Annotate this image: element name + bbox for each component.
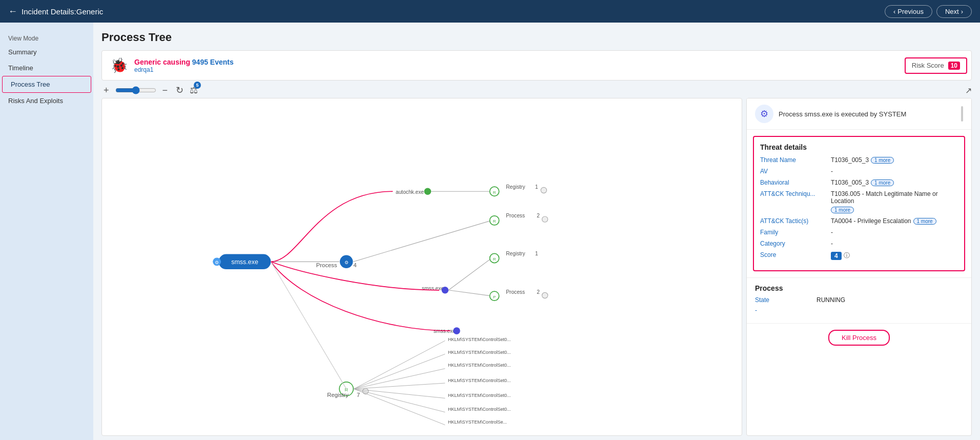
- av-value: -: [831, 168, 833, 175]
- chevron-right-icon: ›: [961, 8, 963, 15]
- svg-point-30: [542, 292, 547, 298]
- svg-point-18: [542, 216, 547, 222]
- extra-label: -: [755, 307, 816, 314]
- panel-header-text: Process smss.exe is executed by SYSTEM: [779, 110, 906, 118]
- process-tree-area: Process Tree 🐞 Generic causing 9495 Even…: [93, 23, 980, 440]
- threat-name-more[interactable]: 1 more: [871, 157, 894, 164]
- svg-text:Process: Process: [316, 262, 337, 268]
- score-label: Score: [760, 251, 827, 258]
- panel-header: ⚙ Process smss.exe is executed by SYSTEM: [747, 98, 971, 130]
- family-value: -: [831, 229, 833, 236]
- page-title: Process Tree: [101, 31, 972, 44]
- app-header: ← Incident Details:Generic ‹ Previous Ne…: [0, 0, 980, 23]
- behavioral-value: T1036_005_3 1 more: [831, 179, 894, 186]
- score-value: 4 ⓘ: [831, 251, 850, 260]
- zoom-slider[interactable]: [115, 86, 156, 94]
- svg-text:7: 7: [357, 392, 360, 398]
- svg-text:1: 1: [535, 184, 538, 190]
- svg-line-47: [271, 262, 346, 389]
- svg-point-12: [541, 187, 546, 193]
- svg-text:Process: Process: [506, 289, 525, 295]
- detail-row-av: AV -: [760, 168, 958, 175]
- attck-technique-more[interactable]: 1 more: [831, 207, 854, 213]
- state-value: RUNNING: [816, 296, 845, 304]
- main-content: Process Tree 🐞 Generic causing 9495 Even…: [93, 23, 980, 440]
- header-left: ← Incident Details:Generic: [8, 6, 103, 17]
- info-icon[interactable]: ⓘ: [844, 251, 850, 260]
- process-extra-row: -: [755, 307, 963, 314]
- svg-text:R: R: [493, 190, 496, 195]
- attck-tactics-more[interactable]: 1 more: [913, 218, 936, 225]
- sidebar-item-summary[interactable]: Summary: [0, 44, 93, 60]
- view-mode-label: View Mode: [0, 31, 93, 44]
- attck-technique-label: ATT&CK Techniqu...: [760, 190, 827, 197]
- svg-text:2: 2: [537, 213, 540, 218]
- threat-details-box: Threat details Threat Name T1036_005_3 1…: [753, 136, 965, 271]
- detail-row-attck-technique: ATT&CK Techniqu... T1036.005 - Match Leg…: [760, 190, 958, 213]
- detail-row-attck-tactics: ATT&CK Tactic(s) TA0004 - Privilege Esca…: [760, 217, 958, 225]
- svg-line-20: [448, 258, 492, 290]
- sidebar-item-process-tree[interactable]: Process Tree: [2, 76, 91, 93]
- risk-score-box: Risk Score 10: [905, 57, 967, 74]
- state-label: State: [755, 296, 816, 304]
- back-arrow-icon: ←: [8, 6, 17, 17]
- attck-tactics-value: TA0004 - Privilege Escalation 1 more: [831, 217, 936, 225]
- threat-name-value: T1036_005_3 1 more: [831, 156, 894, 164]
- detail-row-threat-name: Threat Name T1036_005_3 1 more: [760, 156, 958, 164]
- svg-text:4: 4: [354, 262, 357, 268]
- expand-icon[interactable]: ↗: [965, 86, 972, 95]
- process-section-title: Process: [755, 284, 963, 292]
- zoom-out-button[interactable]: −: [160, 85, 170, 96]
- process-section: Process State RUNNING -: [747, 277, 971, 323]
- filter-count: 5: [194, 82, 201, 89]
- score-badge: 4: [831, 252, 842, 260]
- previous-button[interactable]: ‹ Previous: [885, 5, 932, 18]
- attck-technique-value: T1036.005 - Match Legitimate Name or Loc…: [831, 190, 958, 213]
- header-title: Incident Details:Generic: [22, 7, 103, 16]
- filter-button[interactable]: ⚖ 5: [190, 85, 198, 96]
- detail-row-score: Score 4 ⓘ: [760, 251, 958, 260]
- svg-text:smss.exe: smss.exe: [231, 258, 258, 266]
- bug-icon: 🐞: [110, 57, 128, 74]
- detail-row-behavioral: Behavioral T1036_005_3 1 more: [760, 179, 958, 186]
- incident-banner: 🐞 Generic causing 9495 Events edrqa1 Ris…: [101, 50, 972, 81]
- header-nav: ‹ Previous Next ›: [885, 5, 972, 18]
- smss-mid-node[interactable]: [442, 287, 449, 294]
- kill-process-button[interactable]: Kill Process: [828, 330, 890, 346]
- event-count: 9495 Events: [192, 58, 234, 66]
- sidebar: View Mode Summary Timeline Process Tree …: [0, 23, 93, 440]
- svg-text:P: P: [493, 295, 496, 299]
- autochk-node[interactable]: [424, 188, 432, 195]
- sidebar-item-timeline[interactable]: Timeline: [0, 60, 93, 76]
- threat-name-label: Threat Name: [760, 156, 827, 164]
- tree-toolbar: + − ↻ ⚖ 5 ↗: [101, 85, 972, 96]
- category-label: Category: [760, 240, 827, 247]
- sidebar-item-risks-and-exploits[interactable]: Risks And Exploits: [0, 93, 93, 109]
- svg-text:2: 2: [537, 289, 540, 295]
- svg-text:HKLM\SYSTEM\ControlSet0...: HKLM\SYSTEM\ControlSet0...: [448, 393, 511, 398]
- svg-text:⚙: ⚙: [215, 260, 219, 265]
- behavioral-more[interactable]: 1 more: [871, 179, 894, 186]
- svg-text:⚙: ⚙: [344, 260, 349, 265]
- av-label: AV: [760, 168, 827, 175]
- svg-text:HKLM\SYSTEM\ControlSet0...: HKLM\SYSTEM\ControlSet0...: [448, 350, 511, 355]
- svg-text:HKLM\SYSTEM\ControlSet0...: HKLM\SYSTEM\ControlSet0...: [448, 378, 511, 383]
- svg-line-51: [354, 341, 445, 389]
- next-button[interactable]: Next ›: [936, 5, 972, 18]
- svg-line-13: [353, 221, 492, 262]
- zoom-in-button[interactable]: +: [101, 85, 111, 96]
- svg-text:HKLM\SYSTEM\ControlSe...: HKLM\SYSTEM\ControlSe...: [448, 419, 507, 425]
- incident-info: Generic causing 9495 Events edrqa1: [134, 58, 234, 73]
- svg-text:Process: Process: [506, 213, 525, 218]
- svg-text:autochk.exe: autochk.exe: [396, 189, 424, 195]
- svg-line-25: [448, 290, 492, 296]
- chevron-left-icon: ‹: [893, 8, 895, 15]
- graph-area: smss.exe ⚙ ⚙ Process 4 autochk.ex: [101, 98, 742, 436]
- incident-title: Generic causing 9495 Events: [134, 58, 234, 66]
- attck-tactics-label: ATT&CK Tactic(s): [760, 217, 827, 225]
- detail-row-category: Category -: [760, 240, 958, 247]
- svg-text:R: R: [493, 257, 496, 262]
- svg-text:HKLM\SYSTEM\ControlSet0...: HKLM\SYSTEM\ControlSet0...: [448, 363, 511, 368]
- refresh-button[interactable]: ↻: [174, 85, 186, 96]
- app-body: View Mode Summary Timeline Process Tree …: [0, 23, 980, 440]
